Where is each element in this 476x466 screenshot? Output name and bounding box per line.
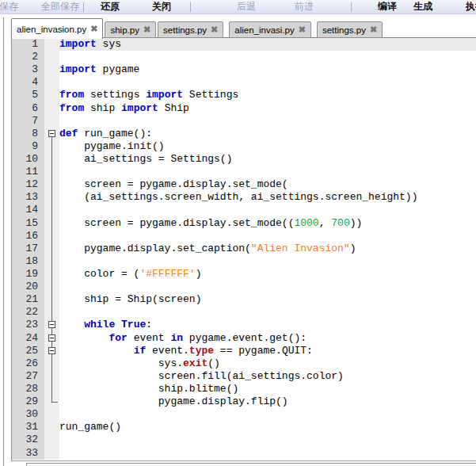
code-text[interactable]: if event.type == pygame.QUIT:	[59, 345, 476, 357]
code-text[interactable]: ai_settings = Settings()	[59, 153, 476, 166]
token-text: ()	[208, 357, 220, 369]
tab-alien_invasion-py[interactable]: alien_invasion.py✖	[11, 18, 103, 39]
tab-label: ship.py	[110, 25, 139, 35]
fold-collapse-icon[interactable]	[48, 130, 55, 137]
code-text[interactable]: import sys	[59, 38, 476, 51]
code-text[interactable]: pygame.init()	[59, 140, 476, 153]
code-line: 27 screen.fill(ai_settings.color)	[12, 370, 476, 383]
fold-collapse-icon[interactable]	[48, 334, 55, 342]
toolbar-button-revert[interactable]: 还原	[101, 0, 120, 14]
code-text[interactable]	[59, 255, 476, 268]
token-text: ))	[350, 217, 363, 229]
code-text[interactable]	[59, 115, 476, 128]
tab-close-icon[interactable]: ✖	[143, 25, 150, 34]
code-text[interactable]: screen.fill(ai_settings.color)	[59, 370, 476, 383]
code-text[interactable]	[59, 230, 476, 243]
toolbar-button-save-all: 全部保存	[41, 0, 79, 14]
token-text: ,	[319, 217, 332, 229]
code-text[interactable]: pygame.display.set_caption("Alien Invasi…	[59, 243, 476, 255]
code-text[interactable]	[59, 204, 476, 216]
code-editor[interactable]: 1import sys23import pygame45from setting…	[11, 38, 476, 461]
code-line: 6from ship import Ship	[12, 102, 476, 115]
token-text: :	[146, 319, 152, 330]
fold-margin	[44, 178, 59, 191]
fold-line	[51, 217, 52, 230]
fold-margin	[44, 293, 59, 306]
line-number: 32	[12, 434, 44, 446]
token-text: event.	[146, 345, 189, 357]
fold-collapse-icon[interactable]	[48, 321, 55, 328]
token-text: pygame.init()	[59, 140, 165, 152]
code-text[interactable]: for event in pygame.event.get():	[59, 332, 476, 345]
fold-margin	[44, 357, 59, 370]
tab-close-icon[interactable]: ✖	[90, 25, 97, 33]
line-number: 21	[12, 293, 44, 306]
code-text[interactable]: from ship import Ship	[59, 102, 476, 115]
code-line: 31run_game()	[12, 421, 476, 434]
line-number: 28	[12, 383, 44, 395]
code-line: 21 ship = Ship(screen)	[12, 293, 476, 306]
code-text[interactable]: ship = Ship(screen)	[59, 293, 476, 306]
code-text[interactable]	[59, 434, 476, 446]
code-text[interactable]	[59, 51, 476, 63]
toolbar-button-close[interactable]: 关闭	[152, 0, 171, 14]
toolbar-button-run[interactable]: 执行	[466, 0, 476, 14]
line-number: 8	[12, 128, 44, 140]
tab-close-icon[interactable]: ✖	[299, 25, 306, 34]
code-text[interactable]	[59, 281, 476, 293]
fold-minus-glyph	[50, 350, 54, 351]
code-text[interactable]: while True:	[59, 319, 476, 331]
tab-close-icon[interactable]: ✖	[211, 25, 218, 34]
tab-close-icon[interactable]: ✖	[370, 25, 377, 34]
code-text[interactable]: import pygame	[59, 63, 476, 76]
code-text[interactable]: screen = pygame.display.set_mode(	[59, 178, 476, 191]
line-number: 33	[12, 447, 44, 460]
bottom-panel-border-corner	[26, 463, 27, 466]
code-text[interactable]: def run_game():	[59, 128, 476, 140]
tab-ship-py[interactable]: ship.py✖	[105, 21, 156, 38]
token-string: '#FFFFFF'	[139, 268, 195, 280]
code-text[interactable]	[59, 166, 476, 178]
code-text[interactable]: screen = pygame.display.set_mode((1000, …	[59, 217, 476, 230]
code-text[interactable]: color = ('#FFFFFF')	[59, 268, 476, 281]
code-line: 4	[12, 76, 476, 89]
token-text: Ship	[158, 102, 189, 114]
toolbar: 保存全部保存还原关闭后退前进编译生成执行	[0, 0, 476, 14]
line-number: 17	[12, 243, 44, 255]
code-text[interactable]: pygame.display.flip()	[59, 395, 476, 408]
code-text[interactable]	[59, 76, 476, 89]
code-line: 32	[12, 434, 476, 446]
tab-settings-py[interactable]: settings.py✖	[158, 21, 223, 38]
code-text[interactable]: from settings import Settings	[59, 89, 476, 101]
code-line: 7	[12, 115, 476, 128]
code-line: 10 ai_settings = Settings()	[12, 153, 476, 166]
token-text: ai_settings = Settings()	[59, 153, 232, 165]
code-text[interactable]: run_game()	[59, 421, 476, 434]
toolbar-button-build[interactable]: 生成	[413, 0, 432, 14]
code-text[interactable]	[59, 447, 476, 460]
token-builtin: type	[189, 345, 214, 357]
code-line: 15 screen = pygame.display.set_mode((100…	[12, 217, 476, 230]
token-builtin: exit	[183, 357, 208, 369]
toolbar-button-compile[interactable]: 编译	[378, 0, 397, 14]
code-text[interactable]: sys.exit()	[59, 357, 476, 370]
tab-settings-py[interactable]: settings.py✖	[317, 21, 383, 38]
code-text[interactable]	[59, 306, 476, 319]
line-number: 6	[12, 102, 44, 115]
tab-alien_invasi-py[interactable]: alien_invasi.py✖	[229, 21, 311, 38]
token-string: "Alien Invasion"	[251, 243, 350, 254]
fold-margin	[44, 102, 59, 115]
code-text[interactable]: (ai_settings.screen_width, ai_settings.s…	[59, 191, 476, 204]
code-text[interactable]	[59, 408, 476, 421]
fold-margin	[44, 268, 59, 281]
fold-line	[51, 140, 52, 153]
code-line: 2	[12, 51, 476, 63]
toolbar-button-back: 后退	[237, 0, 256, 14]
fold-margin	[44, 370, 59, 383]
fold-collapse-icon[interactable]	[48, 347, 55, 354]
code-text[interactable]: ship.blitme()	[59, 383, 476, 395]
fold-line	[51, 191, 52, 204]
line-number: 5	[12, 89, 44, 101]
fold-margin	[44, 89, 59, 101]
fold-end-corner	[51, 402, 58, 403]
